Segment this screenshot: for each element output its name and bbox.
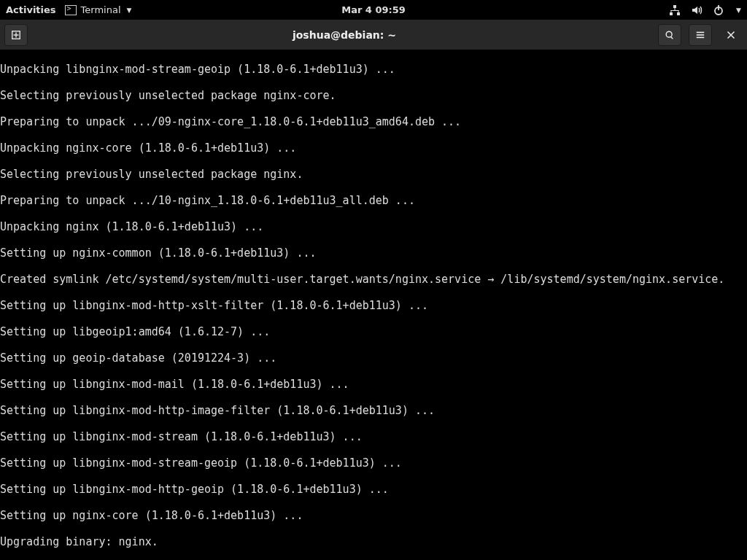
- output-line: Setting up libnginx-mod-http-xslt-filter…: [0, 299, 747, 312]
- output-line: Setting up geoip-database (20191224-3) .…: [0, 351, 747, 365]
- output-line: Upgrading binary: nginx.: [0, 535, 747, 548]
- hamburger-menu-button[interactable]: [689, 24, 712, 46]
- network-icon[interactable]: [669, 4, 681, 16]
- svg-rect-11: [14, 34, 19, 35]
- app-menu-label: Terminal: [81, 4, 121, 15]
- output-line: Setting up libnginx-mod-http-image-filte…: [0, 404, 747, 417]
- volume-icon[interactable]: [691, 4, 703, 16]
- output-line: Preparing to unpack .../10-nginx_1.18.0-…: [0, 194, 747, 207]
- chevron-down-icon: ▼: [127, 7, 132, 14]
- svg-rect-16: [697, 36, 705, 38]
- output-line: Unpacking libnginx-mod-stream-geoip (1.1…: [0, 63, 747, 76]
- output-line: Created symlink /etc/systemd/system/mult…: [0, 273, 747, 286]
- clock[interactable]: Mar 4 09:59: [341, 4, 406, 15]
- svg-rect-2: [677, 12, 680, 15]
- output-line: Setting up libnginx-mod-mail (1.18.0-6.1…: [0, 378, 747, 391]
- terminal-viewport[interactable]: Unpacking libnginx-mod-stream-geoip (1.1…: [0, 50, 747, 560]
- output-line: Setting up libgeoip1:amd64 (1.6.12-7) ..…: [0, 325, 747, 338]
- search-button[interactable]: [658, 24, 681, 46]
- svg-rect-4: [671, 10, 679, 11]
- window-titlebar: joshua@debian: ~: [0, 20, 747, 50]
- gnome-top-bar: Activities Terminal ▼ Mar 4 09:59 ▼: [0, 0, 747, 20]
- power-icon[interactable]: [713, 4, 724, 16]
- output-line: Setting up nginx-core (1.18.0-6.1+deb11u…: [0, 509, 747, 522]
- output-line: Unpacking nginx-core (1.18.0-6.1+deb11u3…: [0, 141, 747, 155]
- output-line: Preparing to unpack .../09-nginx-core_1.…: [0, 115, 747, 128]
- app-menu[interactable]: Terminal ▼: [65, 4, 132, 15]
- terminal-icon: [65, 5, 77, 15]
- activities-button[interactable]: Activities: [6, 4, 56, 15]
- svg-rect-15: [697, 34, 705, 36]
- svg-rect-6: [678, 10, 679, 12]
- output-line: Setting up libnginx-mod-stream (1.18.0-6…: [0, 430, 747, 443]
- output-line: Setting up nginx-common (1.18.0-6.1+deb1…: [0, 246, 747, 260]
- new-tab-button[interactable]: [4, 24, 28, 46]
- output-line: Selecting previously unselected package …: [0, 89, 747, 102]
- output-line: Selecting previously unselected package …: [0, 168, 747, 181]
- svg-rect-1: [670, 12, 673, 15]
- system-menu-chevron-icon[interactable]: ▼: [736, 7, 741, 14]
- svg-rect-14: [697, 31, 705, 33]
- close-button[interactable]: [719, 24, 743, 46]
- svg-rect-0: [673, 5, 676, 8]
- window-title: joshua@debian: ~: [31, 29, 658, 41]
- output-line: Setting up libnginx-mod-http-geoip (1.18…: [0, 483, 747, 496]
- svg-rect-13: [670, 36, 673, 39]
- output-line: Setting up libnginx-mod-stream-geoip (1.…: [0, 456, 747, 470]
- svg-rect-8: [718, 5, 719, 10]
- output-line: Unpacking nginx (1.18.0-6.1+deb11u3) ...: [0, 220, 747, 233]
- svg-rect-5: [671, 10, 672, 12]
